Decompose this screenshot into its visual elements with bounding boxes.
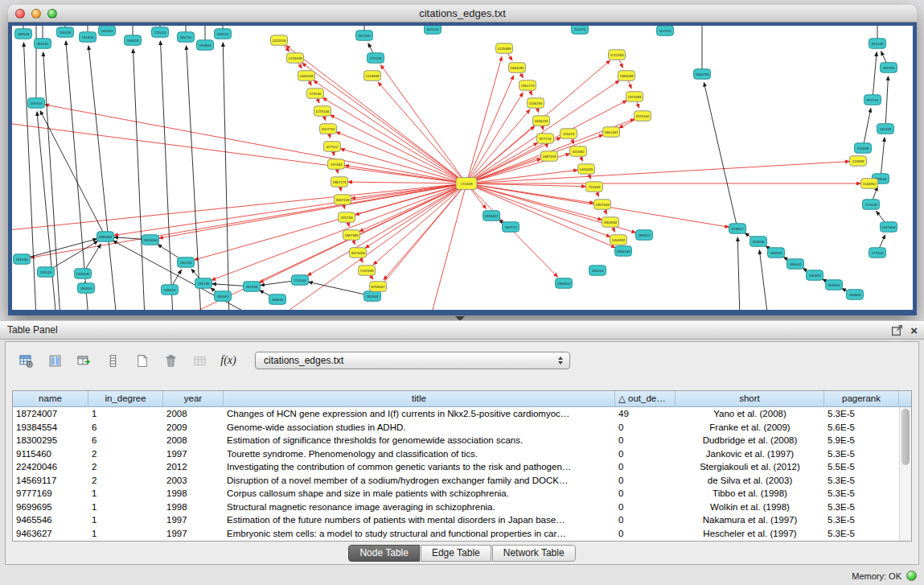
network-node[interactable]: 720469 [586, 182, 603, 192]
network-node[interactable]: 1664091 [509, 63, 526, 73]
network-node[interactable]: 187334 [244, 282, 261, 292]
network-node[interactable]: 927741 [864, 95, 881, 105]
network-node[interactable]: 1697319 [541, 151, 558, 162]
network-node[interactable]: 190553 [78, 283, 95, 294]
new-file-button[interactable] [129, 350, 154, 371]
network-edge[interactable] [737, 237, 740, 310]
network-node[interactable]: 1224849 [364, 71, 381, 81]
network-edge[interactable] [341, 149, 466, 183]
network-node[interactable]: 186504 [15, 29, 32, 39]
network-node[interactable]: 7137433 [359, 266, 376, 276]
network-node[interactable]: 137334 [328, 159, 345, 170]
network-node[interactable]: 2442009 [298, 71, 315, 81]
window-titlebar[interactable]: citations_edges.txt [8, 5, 917, 23]
network-edge[interactable] [45, 105, 466, 183]
network-node[interactable]: 190733 [178, 257, 195, 268]
network-node[interactable]: 175148 [368, 53, 384, 64]
network-node[interactable]: 3067133 [335, 195, 351, 205]
network-node[interactable]: 427512 [324, 142, 341, 152]
network-node[interactable]: 1226008 [287, 53, 304, 64]
network-node[interactable]: 205310 [28, 98, 45, 109]
network-node[interactable]: 167213 [657, 26, 674, 35]
network-edge[interactable] [380, 65, 466, 183]
table-row[interactable]: 946554611997Estimation of the future num… [13, 513, 911, 527]
column-header-year[interactable]: year [163, 391, 224, 406]
network-node[interactable]: 1918457 [483, 211, 500, 221]
network-node[interactable]: 2626050 [142, 235, 159, 245]
network-edge[interactable] [885, 76, 888, 129]
table-mode-button[interactable] [14, 350, 38, 371]
network-node[interactable]: 1211393 [609, 50, 626, 60]
network-node[interactable]: 208131 [215, 29, 232, 39]
network-node[interactable]: 180042 [787, 259, 804, 270]
column-header-name[interactable]: name [13, 391, 88, 406]
network-node[interactable]: 186313 [636, 230, 653, 241]
network-node[interactable]: 813104 [425, 26, 441, 34]
network-edge[interactable] [373, 183, 466, 265]
network-node[interactable]: 194804 [847, 290, 864, 300]
close-panel-icon[interactable]: × [910, 324, 918, 336]
network-node[interactable]: 1954512 [556, 278, 573, 289]
network-edge[interactable] [113, 241, 257, 310]
network-edge[interactable] [378, 183, 466, 290]
network-edge[interactable] [309, 282, 372, 296]
network-edge[interactable] [881, 138, 885, 179]
network-edge[interactable] [430, 183, 466, 310]
table-vertical-scrollbar[interactable] [899, 407, 911, 541]
network-node[interactable]: 194324 [125, 35, 142, 46]
network-node[interactable]: 116474 [561, 129, 577, 139]
network-node[interactable]: 115439 [855, 143, 872, 154]
network-edge[interactable] [704, 83, 737, 229]
network-node[interactable]: 177008 [863, 200, 880, 210]
network-node[interactable]: 1867383 [343, 230, 360, 241]
network-node[interactable]: 1106255 [528, 98, 544, 109]
network-node[interactable]: 241003 [99, 26, 116, 35]
network-node[interactable]: 915139 [869, 39, 886, 49]
network-edge[interactable] [159, 183, 466, 238]
network-node[interactable]: 1644794 [694, 69, 711, 80]
network-node[interactable]: 679917 [729, 224, 746, 234]
network-edge[interactable] [31, 183, 466, 257]
network-node[interactable]: 172409 [456, 178, 477, 190]
network-node[interactable]: 1905031 [75, 269, 92, 279]
network-edge[interactable] [466, 142, 537, 183]
network-node[interactable]: 1144352 [861, 179, 878, 189]
network-node[interactable]: 762544 [364, 291, 381, 302]
network-node[interactable]: 186731 [178, 32, 195, 43]
network-node[interactable]: 3073433 [350, 248, 367, 258]
network-node[interactable]: 191143 [38, 267, 55, 278]
network-edge[interactable] [322, 98, 466, 183]
network-node[interactable]: 212470 [572, 26, 589, 34]
network-node[interactable]: 557239 [356, 31, 373, 41]
network-edge[interactable] [223, 43, 229, 310]
table-row[interactable]: 969969511998Structural magnetic resonanc… [13, 501, 911, 514]
network-node[interactable]: 1885964 [97, 232, 114, 242]
network-node[interactable]: 273140 [307, 89, 324, 99]
network-node[interactable]: 194804 [197, 40, 214, 51]
network-node[interactable]: 1201654 [881, 222, 897, 233]
network-node[interactable]: 713144 [292, 275, 309, 286]
network-node[interactable]: 190463 [807, 270, 823, 281]
function-builder-button[interactable]: f(x) [216, 350, 240, 371]
network-node[interactable]: 1636232 [533, 116, 550, 126]
network-node[interactable]: 1601467 [603, 127, 620, 138]
network-node[interactable]: 924502 [826, 280, 843, 290]
network-node[interactable]: 191454 [80, 32, 97, 43]
table-row[interactable]: 2242004622012Investigating the contribut… [13, 460, 911, 474]
network-edge[interactable] [88, 46, 117, 310]
network-node[interactable]: 2527752 [320, 124, 337, 134]
network-node[interactable]: 1961273 [519, 80, 536, 91]
network-node[interactable]: 177203 [869, 248, 886, 258]
scrollbar-thumb[interactable] [901, 409, 910, 465]
network-edge[interactable] [348, 182, 466, 183]
tab-node-table[interactable]: Node Table [348, 545, 420, 562]
table-row[interactable]: 977716911998Corpus callosum shape and si… [13, 487, 911, 501]
network-table-selector[interactable]: citations_edges.txt [255, 352, 570, 369]
network-edge[interactable] [286, 46, 466, 183]
network-node[interactable]: 169784 [881, 63, 897, 73]
network-node[interactable]: 1275144 [314, 106, 331, 117]
network-node[interactable]: 172015 [152, 27, 169, 38]
network-edge[interactable] [365, 183, 466, 248]
network-edge[interactable] [23, 43, 36, 310]
column-header-title[interactable]: title [224, 391, 615, 406]
